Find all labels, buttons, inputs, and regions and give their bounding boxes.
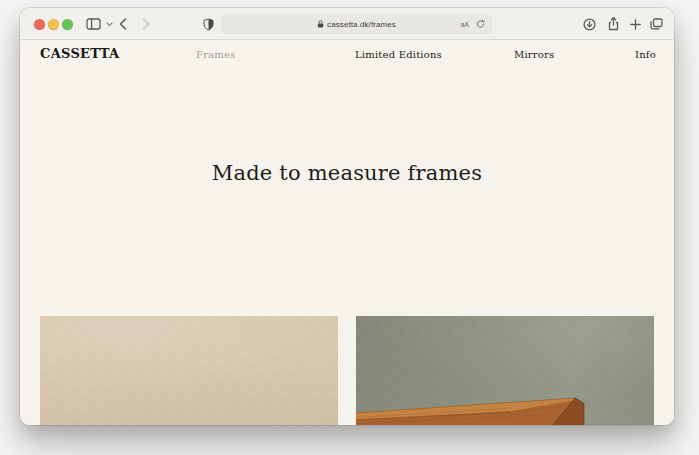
nav-item-limited-editions[interactable]: Limited Editions [355, 49, 442, 60]
beige-plaster-wall-photo[interactable] [40, 316, 338, 425]
chevron-down-icon [106, 22, 113, 27]
privacy-report-button[interactable] [200, 8, 216, 40]
site-header: CASSETTA Frames Limited Editions Mirrors… [20, 40, 674, 70]
url-text: cassetta.dk/frames [327, 20, 396, 29]
wood-frame-corner [356, 316, 654, 425]
forward-icon [142, 18, 150, 30]
browser-toolbar: cassetta.dk/frames aA [20, 8, 674, 40]
lock-icon [317, 20, 324, 28]
site-logo[interactable]: CASSETTA [40, 46, 120, 61]
traffic-light-close[interactable] [34, 19, 45, 30]
downloads-icon [583, 18, 596, 31]
url-field[interactable]: cassetta.dk/frames aA [221, 14, 492, 34]
browser-window: cassetta.dk/frames aA [20, 8, 674, 425]
gallery [20, 316, 674, 425]
page-content: CASSETTA Frames Limited Editions Mirrors… [20, 40, 674, 425]
sidebar-menu-button[interactable] [104, 8, 114, 40]
new-tab-button[interactable] [626, 8, 644, 40]
back-icon [119, 18, 127, 30]
translate-icon[interactable]: aA [460, 21, 469, 28]
share-button[interactable] [604, 8, 622, 40]
nav-item-info[interactable]: Info [635, 49, 656, 60]
page-title: Made to measure frames [20, 161, 674, 185]
tab-overview-button[interactable] [646, 8, 666, 40]
share-icon [608, 17, 619, 31]
sidebar-toggle-button[interactable] [84, 8, 102, 40]
nav-item-frames[interactable]: Frames [196, 49, 235, 60]
new-tab-icon [630, 19, 641, 30]
downloads-button[interactable] [580, 8, 598, 40]
forward-button[interactable] [138, 8, 154, 40]
privacy-shield-icon [203, 18, 214, 31]
traffic-light-minimize[interactable] [48, 19, 59, 30]
hero-section: Made to measure frames [20, 161, 674, 185]
traffic-light-zoom[interactable] [62, 19, 73, 30]
tab-overview-icon [650, 18, 663, 30]
reload-icon[interactable] [476, 19, 485, 29]
nav-item-mirrors[interactable]: Mirrors [514, 49, 554, 60]
back-button[interactable] [115, 8, 131, 40]
green-wall-wood-frame-corner-photo[interactable] [356, 316, 654, 425]
sidebar-icon [86, 18, 101, 30]
wall-texture [40, 316, 338, 425]
